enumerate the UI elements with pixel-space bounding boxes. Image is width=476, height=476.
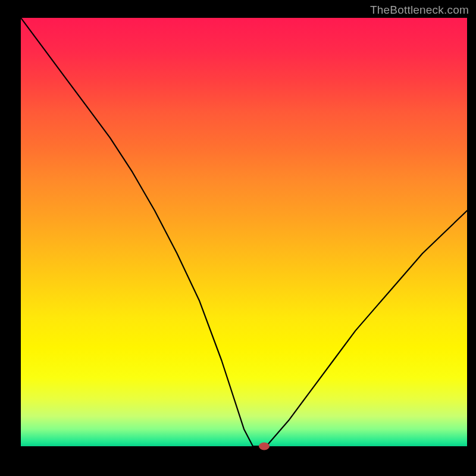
optimal-point-marker — [259, 443, 270, 450]
plot-area — [21, 18, 467, 446]
chart-frame: TheBottleneck.com — [0, 0, 476, 476]
watermark-text: TheBottleneck.com — [370, 4, 469, 17]
bottleneck-curve — [21, 18, 467, 446]
